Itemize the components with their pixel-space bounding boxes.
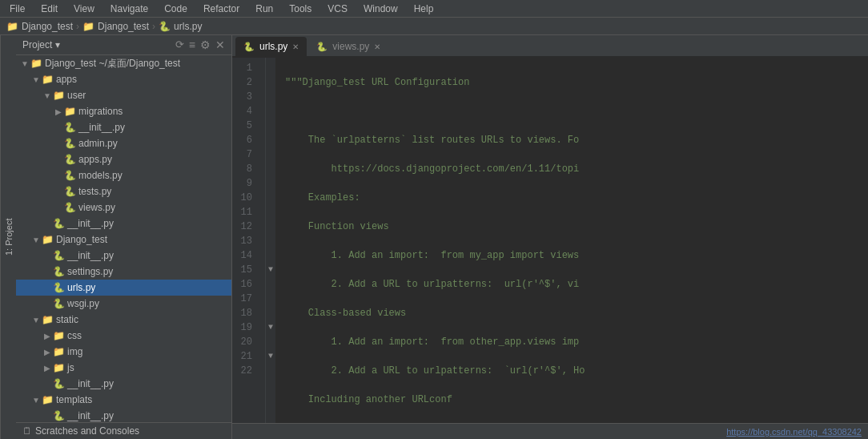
tree-node-models[interactable]: 🐍 models.py: [16, 167, 231, 183]
tab-views-close[interactable]: ✕: [374, 42, 380, 51]
tree-root[interactable]: ▼ 📁 Django_test ~/桌面/Django_test: [16, 55, 231, 71]
menu-refactor[interactable]: Refactor: [200, 2, 243, 16]
menu-edit[interactable]: Edit: [38, 2, 61, 16]
init-apps-label: __init__.py: [67, 218, 114, 229]
tree-node-img[interactable]: ▶ 📁 img: [16, 344, 231, 360]
init-static-label: __init__.py: [67, 378, 114, 389]
tree-node-init-user[interactable]: 🐍 __init__.py: [16, 119, 231, 135]
migrations-label: migrations: [78, 106, 123, 117]
tree-node-css[interactable]: ▶ 📁 css: [16, 328, 231, 344]
breadcrumb-root[interactable]: Django_test: [22, 21, 73, 32]
init-django-label: __init__.py: [67, 250, 114, 261]
tests-label: tests.py: [78, 186, 111, 197]
file-tree-panel: Project ▾ ⟳ ≡ ⚙ ✕ ▼ 📁 Django_test ~/桌面/D…: [16, 35, 232, 439]
tree-footer: 🗒 Scratches and Consoles: [16, 422, 231, 439]
tree-node-settings[interactable]: 🐍 settings.py: [16, 264, 231, 280]
scratches-label: Scratches and Consoles: [35, 425, 139, 437]
fold-gutter: ▼ ▼ ▼: [266, 58, 275, 423]
tree-body: ▼ 📁 Django_test ~/桌面/Django_test ▼ 📁 app…: [16, 55, 231, 422]
init-templats-label: __init__.py: [67, 410, 114, 421]
wsgi-label: wsgi.py: [67, 298, 99, 309]
menu-code[interactable]: Code: [161, 2, 191, 16]
migrations-folder-icon: 📁: [64, 106, 76, 117]
fold-icon-21[interactable]: ▼: [266, 349, 275, 364]
menu-view[interactable]: View: [70, 2, 98, 16]
settings-py-icon: 🐍: [53, 266, 65, 277]
admin-py-icon: 🐍: [64, 138, 76, 149]
tree-node-user[interactable]: ▼ 📁 user: [16, 87, 231, 103]
menu-navigate[interactable]: Navigate: [107, 2, 151, 16]
urls-label: urls.py: [67, 282, 95, 293]
menu-window[interactable]: Window: [360, 2, 401, 16]
tab-views[interactable]: 🐍 views.py ✕: [308, 37, 388, 56]
code-line-4: https://docs.djangoproject.com/en/1.11/t…: [285, 162, 868, 176]
tree-sync-icon[interactable]: ⟳: [175, 38, 184, 51]
tree-node-tests[interactable]: 🐍 tests.py: [16, 183, 231, 199]
status-link[interactable]: https://blog.csdn.net/qq_43308242: [726, 427, 862, 437]
apps-py-icon: 🐍: [64, 154, 76, 165]
init-templats-icon: 🐍: [53, 410, 65, 421]
breadcrumb-folder-icon2: 📁: [82, 21, 94, 32]
settings-label: settings.py: [67, 266, 113, 277]
project-panel-label[interactable]: 1: Project: [0, 35, 16, 439]
tree-node-admin[interactable]: 🐍 admin.py: [16, 135, 231, 151]
tree-node-wsgi[interactable]: 🐍 wsgi.py: [16, 296, 231, 312]
js-label: js: [67, 362, 74, 373]
js-folder-icon: 📁: [53, 362, 65, 373]
scratches-consoles[interactable]: 🗒 Scratches and Consoles: [16, 423, 231, 439]
code-line-5: Examples:: [285, 191, 868, 205]
code-line-8: 2. Add a URL to urlpatterns: url(r'^$', …: [285, 277, 868, 292]
tree-node-apps-py[interactable]: 🐍 apps.py: [16, 151, 231, 167]
init-static-icon: 🐍: [53, 378, 65, 389]
code-line-13: 1. Import the include() function: from d…: [285, 421, 868, 423]
tree-node-js[interactable]: ▶ 📁 js: [16, 360, 231, 376]
menu-help[interactable]: Help: [411, 2, 437, 16]
tree-settings-icon[interactable]: ⚙: [200, 38, 211, 51]
tree-collapse-icon[interactable]: ≡: [189, 38, 195, 51]
tree-node-apps[interactable]: ▼ 📁 apps: [16, 71, 231, 87]
tree-node-init-static[interactable]: 🐍 __init__.py: [16, 376, 231, 392]
tab-urls-close[interactable]: ✕: [292, 42, 299, 51]
menu-tools[interactable]: Tools: [286, 2, 315, 16]
tree-node-static[interactable]: ▼ 📁 static: [16, 312, 231, 328]
code-editor: 1 2 3 4 5 6 7 8 9 10 11 12 13 14 15 16 1…: [232, 58, 868, 423]
fold-icon-15[interactable]: ▼: [266, 263, 275, 277]
code-line-10: 1. Add an import: from other_app.views i…: [285, 335, 868, 349]
code-line-3: The `urlpatterns` list routes URLs to vi…: [285, 133, 868, 147]
apps-folder-icon: 📁: [42, 74, 54, 85]
static-folder-icon: 📁: [42, 314, 54, 325]
menu-vcs[interactable]: VCS: [324, 2, 351, 16]
tab-urls[interactable]: 🐍 urls.py ✕: [235, 37, 307, 56]
tree-node-init-templats[interactable]: 🐍 __init__.py: [16, 408, 231, 422]
tree-close-icon[interactable]: ✕: [215, 38, 225, 51]
tree-header-title[interactable]: Project ▾: [22, 39, 60, 50]
django-test-folder-icon: 📁: [42, 234, 54, 245]
code-line-7: 1. Add an import: from my_app import vie…: [285, 248, 868, 263]
menu-file[interactable]: File: [6, 2, 28, 16]
menu-run[interactable]: Run: [252, 2, 276, 16]
fold-icon-19[interactable]: ▼: [266, 320, 275, 335]
status-bar: https://blog.csdn.net/qq_43308242: [232, 423, 868, 439]
root-folder-icon: 📁: [30, 58, 42, 69]
breadcrumb-mid[interactable]: Django_test: [98, 21, 149, 32]
code-content[interactable]: """Django_test URL Configuration The `ur…: [275, 58, 868, 423]
tree-node-django-test-folder[interactable]: ▼ 📁 Django_test: [16, 232, 231, 248]
user-label: user: [67, 90, 86, 101]
init-user-label: __init__.py: [78, 122, 125, 133]
init-django-icon: 🐍: [53, 250, 65, 261]
tree-node-init-apps[interactable]: 🐍 __init__.py: [16, 215, 231, 232]
user-folder-icon: 📁: [53, 90, 65, 101]
tree-node-views[interactable]: 🐍 views.py: [16, 199, 231, 215]
code-line-12: Including another URLconf: [285, 393, 868, 407]
code-line-9: Class-based views: [285, 306, 868, 320]
tree-node-urls[interactable]: 🐍 urls.py: [16, 280, 231, 296]
apps-label: apps: [56, 74, 77, 85]
tree-node-migrations[interactable]: ▶ 📁 migrations: [16, 103, 231, 119]
tree-header: Project ▾ ⟳ ≡ ⚙ ✕: [16, 35, 231, 55]
tree-node-templats[interactable]: ▼ 📁 templats: [16, 392, 231, 408]
img-label: img: [67, 346, 82, 357]
models-label: models.py: [78, 170, 123, 181]
wsgi-py-icon: 🐍: [53, 298, 65, 309]
tree-node-init-django[interactable]: 🐍 __init__.py: [16, 248, 231, 264]
breadcrumb-file[interactable]: urls.py: [174, 21, 202, 32]
